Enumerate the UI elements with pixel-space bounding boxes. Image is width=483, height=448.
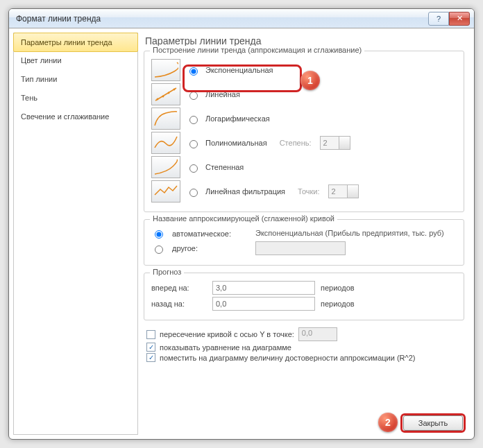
nav-item-trendline-options[interactable]: Параметры линии тренда: [13, 33, 138, 52]
logarithmic-label: Логарифмическая: [205, 114, 270, 123]
trend-option-polynomial[interactable]: Полиномиальная Степень: 2: [151, 132, 457, 154]
content-pane: Параметры линии тренда Построение линии …: [142, 33, 470, 435]
moving-average-label: Линейная фильтрация: [205, 187, 285, 196]
polynomial-icon: [151, 132, 180, 154]
name-custom-radio[interactable]: [155, 245, 163, 254]
close-button[interactable]: Закрыть: [403, 415, 463, 431]
name-custom-input: [255, 241, 346, 255]
power-icon: [151, 156, 180, 178]
window-close-button[interactable]: ✕: [449, 12, 470, 26]
equation-checkbox[interactable]: ✓: [146, 343, 155, 352]
linear-icon: [151, 83, 180, 105]
exponential-icon: [151, 59, 180, 81]
power-radio[interactable]: [189, 164, 198, 173]
polynomial-degree-label: Степень:: [280, 139, 312, 147]
name-auto-radio[interactable]: [155, 230, 163, 239]
name-custom-row: другое:: [151, 241, 457, 255]
dialog-footer: Закрыть: [403, 415, 463, 431]
r2-row: ✓ поместить на диаграмму величину достов…: [146, 353, 467, 362]
name-custom-label: другое:: [172, 244, 248, 252]
forecast-forward-unit: периодов: [321, 284, 355, 292]
category-nav: Параметры линии тренда Цвет линии Тип ли…: [13, 33, 138, 435]
forecast-forward-row: вперед на: периодов: [151, 281, 457, 295]
moving-average-icon: [151, 180, 180, 203]
moving-average-period-spinner: 2: [328, 184, 359, 198]
forecast-group: Прогноз вперед на: периодов назад на: пе…: [144, 273, 464, 320]
forecast-forward-label: вперед на:: [151, 284, 207, 292]
power-label: Степенная: [205, 163, 244, 171]
name-auto-value: Экспоненциальная (Прибыль предприятия, т…: [255, 229, 457, 239]
window-title: Формат линии тренда: [16, 14, 428, 24]
trend-option-linear[interactable]: Линейная: [151, 83, 457, 105]
trend-option-exponential[interactable]: Экспоненциальная: [151, 59, 457, 81]
polynomial-label: Полиномиальная: [205, 139, 267, 147]
forecast-backward-unit: периодов: [321, 300, 355, 308]
linear-label: Линейная: [205, 90, 240, 98]
content-heading: Параметры линии тренда: [145, 35, 467, 46]
equation-row: ✓ показывать уравнение на диаграмме: [146, 343, 467, 352]
callout-badge-2: 2: [378, 413, 398, 432]
nav-item-glow[interactable]: Свечение и сглаживание: [14, 107, 137, 126]
intercept-label: пересечение кривой с осью Y в точке:: [160, 330, 294, 338]
intercept-input: 0,0: [298, 327, 337, 341]
trendline-name-group-label: Название аппроксимирующей (сглаженной) к…: [150, 214, 337, 223]
trendline-name-group: Название аппроксимирующей (сглаженной) к…: [144, 219, 464, 266]
trend-type-group-label: Построение линии тренда (аппроксимация и…: [150, 46, 364, 54]
trend-option-logarithmic[interactable]: Логарифмическая: [151, 107, 457, 130]
linear-radio[interactable]: [189, 92, 198, 100]
equation-label: показывать уравнение на диаграмме: [160, 343, 291, 352]
trend-option-moving-average[interactable]: Линейная фильтрация Точки: 2: [151, 180, 457, 203]
trend-type-group: Построение линии тренда (аппроксимация и…: [144, 51, 464, 212]
nav-item-shadow[interactable]: Тень: [14, 89, 137, 107]
forecast-backward-input[interactable]: [212, 297, 315, 311]
forecast-backward-label: назад на:: [151, 300, 207, 308]
intercept-row: пересечение кривой с осью Y в точке: 0,0: [146, 327, 467, 341]
name-auto-row: автоматическое: Экспоненциальная (Прибыл…: [151, 228, 457, 239]
intercept-checkbox[interactable]: [146, 330, 155, 339]
dialog-body: Параметры линии тренда Цвет линии Тип ли…: [9, 28, 474, 439]
r2-checkbox[interactable]: ✓: [146, 353, 155, 362]
logarithmic-radio[interactable]: [189, 116, 198, 124]
window-buttons: ? ✕: [428, 12, 470, 26]
exponential-label: Экспоненциальная: [205, 66, 273, 74]
moving-average-radio[interactable]: [189, 189, 198, 197]
exponential-radio[interactable]: [189, 67, 198, 76]
trendline-format-dialog: Формат линии тренда ? ✕ Параметры линии …: [8, 8, 475, 440]
trend-option-power[interactable]: Степенная: [151, 156, 457, 178]
logarithmic-icon: [151, 107, 180, 130]
forecast-group-label: Прогноз: [150, 268, 184, 276]
moving-average-period-label: Точки:: [298, 187, 319, 196]
help-button[interactable]: ?: [428, 12, 449, 26]
name-auto-label: автоматическое:: [172, 230, 248, 238]
r2-label: поместить на диаграмму величину достовер…: [160, 354, 415, 362]
polynomial-radio[interactable]: [189, 140, 198, 148]
nav-item-line-style[interactable]: Тип линии: [14, 70, 137, 89]
forecast-forward-input[interactable]: [212, 281, 315, 295]
titlebar: Формат линии тренда ? ✕: [9, 9, 474, 28]
nav-item-line-color[interactable]: Цвет линии: [14, 51, 137, 70]
polynomial-degree-spinner: 2: [320, 136, 350, 150]
forecast-backward-row: назад на: периодов: [151, 297, 457, 311]
